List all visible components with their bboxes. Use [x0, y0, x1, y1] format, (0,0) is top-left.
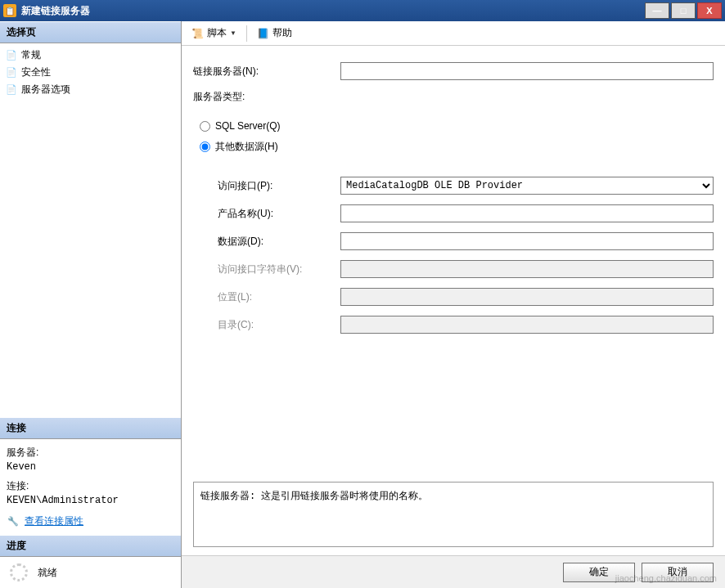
hint-box: 链接服务器: 这是引用链接服务器时将使用的名称。: [193, 482, 714, 547]
window-controls: — □ X: [645, 2, 722, 19]
nav-item-options[interactable]: 📄 服务器选项: [0, 81, 181, 98]
linked-server-input[interactable]: [340, 62, 714, 80]
conn-value: KEVEN\Administrator: [7, 495, 174, 506]
connection-panel: 服务器: Keven 连接: KEVEN\Administrator 🔧 查看连…: [0, 439, 181, 535]
location-input: [340, 288, 714, 306]
datasource-input[interactable]: [340, 232, 714, 250]
toolbar: 📜 脚本 ▼ 📘 帮助: [182, 21, 725, 46]
select-page-header: 选择页: [0, 21, 181, 43]
page-icon: 📄: [5, 83, 18, 97]
script-label: 脚本: [207, 26, 227, 40]
separator: [246, 25, 247, 42]
radio-other-label: 其他数据源(H): [215, 140, 278, 154]
provider-select[interactable]: MediaCatalogDB OLE DB Provider: [340, 177, 714, 195]
close-button[interactable]: X: [697, 2, 722, 19]
provider-label: 访问接口(P):: [193, 179, 340, 193]
ok-button[interactable]: 确定: [563, 563, 635, 582]
progress-header: 进度: [0, 535, 181, 557]
form-area: 链接服务器(N): 服务器类型: SQL Server(Q) 其他数据源(H) …: [182, 46, 725, 482]
server-type-label: 服务器类型:: [193, 90, 340, 104]
linked-server-label: 链接服务器(N):: [193, 65, 340, 79]
script-icon: 📜: [191, 28, 204, 39]
titlebar: 📋 新建链接服务器 — □ X: [0, 0, 725, 21]
location-label: 位置(L):: [193, 290, 340, 304]
help-button[interactable]: 📘 帮助: [254, 25, 295, 42]
cancel-button[interactable]: 取消: [642, 563, 714, 582]
product-label: 产品名称(U):: [193, 207, 340, 221]
button-bar: 确定 取消: [182, 555, 725, 588]
catalog-input: [340, 316, 714, 334]
radio-other-row[interactable]: 其他数据源(H): [193, 140, 714, 154]
datasource-label: 数据源(D):: [193, 235, 340, 249]
properties-icon: 🔧: [7, 515, 20, 528]
help-label: 帮助: [272, 26, 292, 40]
provstring-label: 访问接口字符串(V):: [193, 263, 340, 276]
catalog-label: 目录(C):: [193, 318, 340, 332]
maximize-button[interactable]: □: [671, 2, 696, 19]
nav-label: 常规: [21, 48, 41, 62]
radio-sqlserver[interactable]: [200, 121, 210, 132]
nav-item-security[interactable]: 📄 安全性: [0, 64, 181, 81]
provstring-input: [340, 260, 714, 278]
conn-label: 连接:: [7, 479, 174, 493]
server-label: 服务器:: [7, 446, 174, 460]
sidebar: 选择页 📄 常规 📄 安全性 📄 服务器选项 连接 服务器: Keven 连接:…: [0, 21, 182, 588]
help-icon: 📘: [257, 28, 269, 39]
page-icon: 📄: [5, 49, 18, 62]
progress-panel: 就绪: [0, 557, 181, 588]
radio-other[interactable]: [200, 141, 210, 152]
nav-item-general[interactable]: 📄 常规: [0, 47, 181, 64]
minimize-button[interactable]: —: [645, 2, 669, 19]
page-icon: 📄: [5, 66, 18, 79]
server-value: Keven: [7, 461, 174, 473]
progress-status: 就绪: [38, 566, 57, 580]
main-panel: 📜 脚本 ▼ 📘 帮助 链接服务器(N): 服务器类型: SQL: [182, 21, 725, 588]
spinner-icon: [10, 563, 28, 581]
window-title: 新建链接服务器: [21, 4, 645, 18]
radio-sqlserver-row[interactable]: SQL Server(Q): [193, 120, 714, 132]
app-icon: 📋: [3, 4, 16, 17]
script-button[interactable]: 📜 脚本 ▼: [188, 25, 240, 42]
connection-header: 连接: [0, 417, 181, 439]
nav-list: 📄 常规 📄 安全性 📄 服务器选项: [0, 43, 181, 101]
radio-sqlserver-label: SQL Server(Q): [215, 120, 281, 132]
nav-label: 安全性: [21, 65, 51, 79]
product-input[interactable]: [340, 204, 714, 222]
chevron-down-icon: ▼: [230, 29, 236, 37]
view-connection-props-link[interactable]: 查看连接属性: [25, 514, 83, 528]
nav-label: 服务器选项: [21, 83, 70, 97]
